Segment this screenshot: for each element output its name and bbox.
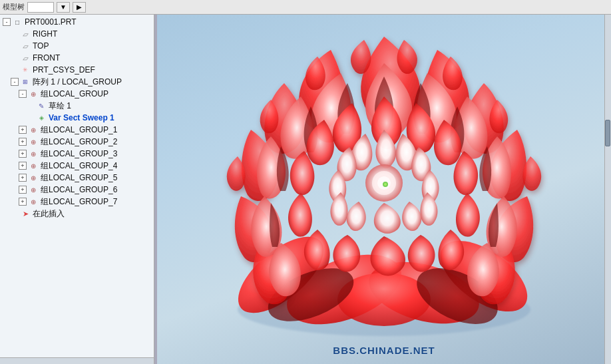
tree-item-top[interactable]: ▱TOP: [0, 40, 154, 52]
tree-item-lg4[interactable]: +⊕组LOCAL_GROUP_4: [0, 160, 154, 172]
file-icon-prt0001: □: [12, 17, 23, 27]
array-icon-array1: ⊞: [20, 77, 31, 87]
tree-item-prt0001[interactable]: -□PRT0001.PRT: [0, 16, 154, 28]
expand-btn-lg1[interactable]: +: [19, 126, 27, 134]
main-area: -□PRT0001.PRT▱RIGHT▱TOP▱FRONT✳PRT_CSYS_D…: [0, 15, 611, 364]
tree-label-sketch1: 草绘 1: [49, 100, 71, 112]
group-icon-lg3: ⊕: [28, 149, 39, 158]
tree-label-top: TOP: [33, 41, 49, 51]
tree-item-array1[interactable]: -⊞阵列 1 / LOCAL_GROUP: [0, 76, 154, 88]
expand-btn-top[interactable]: ▶: [73, 2, 86, 13]
group-icon-lg2: ⊕: [28, 137, 39, 146]
tree-item-right[interactable]: ▱RIGHT: [0, 28, 154, 40]
tree-label-lg6: 组LOCAL_GROUP_6: [41, 184, 117, 196]
tree-label-insert_here: 在此插入: [33, 208, 65, 220]
insert-icon-insert_here: ➤: [20, 209, 31, 218]
scrollbar-thumb[interactable]: [605, 120, 610, 146]
tree-item-local_group[interactable]: -⊕组LOCAL_GROUP: [0, 88, 154, 100]
tree-item-lg6[interactable]: +⊕组LOCAL_GROUP_6: [0, 184, 154, 196]
group-icon-lg7: ⊕: [28, 197, 39, 206]
tree-item-sketch1[interactable]: ✎草绘 1: [0, 100, 154, 112]
expand-btn-lg6[interactable]: +: [19, 186, 27, 194]
expand-btn-prt0001[interactable]: -: [3, 18, 11, 26]
horizontal-scrollbar[interactable]: [0, 357, 154, 364]
tree-label-prt0001: PRT0001.PRT: [25, 17, 77, 27]
flower-container: [170, 21, 598, 344]
model-tree: -□PRT0001.PRT▱RIGHT▱TOP▱FRONT✳PRT_CSYS_D…: [0, 15, 154, 357]
expand-btn-lg5[interactable]: +: [19, 174, 27, 182]
sketch-icon-sketch1: ✎: [36, 101, 47, 110]
dropdown-btn[interactable]: ▼: [57, 2, 70, 13]
viewport: BBS.CHINADE.NET: [157, 15, 611, 364]
top-bar: 模型树 ▼ ▶: [0, 0, 611, 15]
tree-item-front[interactable]: ▱FRONT: [0, 52, 154, 64]
group-icon-lg4: ⊕: [28, 161, 39, 170]
plane-icon-top: ▱: [20, 41, 31, 51]
tree-label-array1: 阵列 1 / LOCAL_GROUP: [33, 77, 122, 88]
expand-btn-lg4[interactable]: +: [19, 162, 27, 170]
left-panel: -□PRT0001.PRT▱RIGHT▱TOP▱FRONT✳PRT_CSYS_D…: [0, 15, 154, 364]
tree-item-insert_here[interactable]: ➤在此插入: [0, 208, 154, 220]
csys-icon-prt_csys_def: ✳: [20, 65, 31, 75]
group-icon-lg5: ⊕: [28, 173, 39, 182]
expand-btn-lg3[interactable]: +: [19, 150, 27, 158]
tree-item-lg3[interactable]: +⊕组LOCAL_GROUP_3: [0, 148, 154, 160]
tree-label-lg4: 组LOCAL_GROUP_4: [41, 160, 117, 172]
tree-item-lg1[interactable]: +⊕组LOCAL_GROUP_1: [0, 124, 154, 136]
expand-btn-lg2[interactable]: +: [19, 138, 27, 146]
tree-label-lg2: 组LOCAL_GROUP_2: [41, 136, 117, 148]
group-icon-local_group: ⊕: [28, 89, 39, 98]
tree-label-prt_csys_def: PRT_CSYS_DEF: [33, 65, 95, 75]
tree-label-lg5: 组LOCAL_GROUP_5: [41, 172, 117, 184]
watermark: BBS.CHINADE.NET: [333, 345, 435, 356]
expand-btn-array1[interactable]: -: [11, 78, 19, 86]
expand-btn-local_group[interactable]: -: [19, 90, 27, 98]
tree-label-lg3: 组LOCAL_GROUP_3: [41, 148, 117, 160]
tree-item-lg5[interactable]: +⊕组LOCAL_GROUP_5: [0, 172, 154, 184]
tree-label-right: RIGHT: [33, 29, 57, 39]
tree-item-prt_csys_def[interactable]: ✳PRT_CSYS_DEF: [0, 64, 154, 76]
tree-label-local_group: 组LOCAL_GROUP: [41, 89, 108, 100]
tree-label-varsweep1: Var Sect Sweep 1: [49, 113, 114, 122]
group-icon-lg6: ⊕: [28, 185, 39, 194]
tree-item-lg7[interactable]: +⊕组LOCAL_GROUP_7: [0, 196, 154, 208]
tree-item-varsweep1[interactable]: ◈Var Sect Sweep 1: [0, 112, 154, 124]
sweep-icon-varsweep1: ◈: [36, 113, 47, 122]
expand-btn-lg7[interactable]: +: [19, 198, 27, 206]
flower-svg: [198, 20, 570, 346]
tree-label-front: FRONT: [33, 53, 60, 63]
tree-label-lg7: 组LOCAL_GROUP_7: [41, 196, 117, 208]
group-icon-lg1: ⊕: [28, 125, 39, 134]
plane-icon-front: ▱: [20, 53, 31, 63]
tree-label-lg1: 组LOCAL_GROUP_1: [41, 124, 117, 136]
tree-item-lg2[interactable]: +⊕组LOCAL_GROUP_2: [0, 136, 154, 148]
vertical-scrollbar[interactable]: [604, 15, 611, 364]
model-tree-label: 模型树: [3, 2, 25, 12]
plane-icon-right: ▱: [20, 29, 31, 39]
model-tree-input[interactable]: [27, 2, 54, 13]
svg-point-12: [384, 183, 387, 186]
flower-center: [365, 164, 403, 202]
